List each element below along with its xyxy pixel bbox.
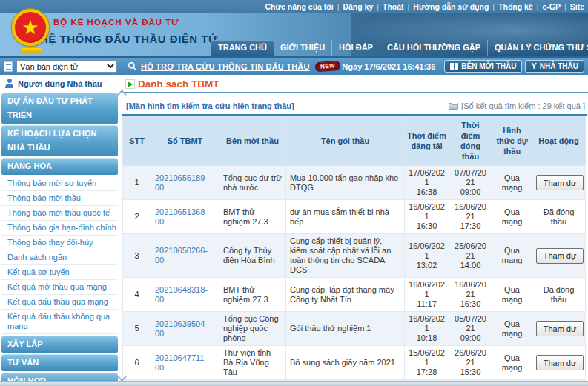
inviter-cell: Thư viện tỉnh Bà Rịa Vũng Tàu [219,346,286,380]
sidebar-item[interactable]: Thông báo mời sơ tuyển [1,176,118,191]
sidebar-section-header[interactable]: TƯ VẤN [1,354,118,371]
tab[interactable]: TRANG CHỦ [211,40,274,56]
tbmt-link[interactable]: 20210651368-00 [155,207,208,226]
page: { "colors": { "accent_orange": "#e2571b"… [0,0,588,386]
posted-cell: 16/06/202110:18 [405,312,449,346]
table-row: 420210648318-00BMT thử nghiệm 27.3Cung c… [123,278,586,312]
footer-strip [0,381,588,386]
stt-cell: 5 [123,312,151,346]
posted-cell: 16/06/202111:17 [405,278,449,312]
sidebar-section-header[interactable]: DỰ ÁN ĐẦU TƯ PHÁT TRIỂN [1,93,118,124]
action-cell: Tham dự [532,166,586,200]
sidebar-item[interactable]: Thông báo thay đổi-hủy [1,236,118,250]
sidebar-item[interactable]: Kết quả đấu thầu không qua mạng [1,310,118,334]
tbmt-link[interactable]: 20210639504-00 [155,319,208,338]
table-row: 620210647711-00Thư viện tỉnh Bà Rịa Vũng… [123,346,586,380]
topbar-link[interactable]: Thống kê [497,2,535,11]
inviter-cell: BMT thử nghiệm 27.3 [219,200,286,234]
join-button[interactable]: Tham dự [536,321,584,336]
posted-time: 13:02 [409,261,445,270]
topbar-links: Chức năng của tôi|Đăng ký|Thoát|Hướng dẫ… [264,2,587,11]
sidebar-section-header[interactable]: HÀNG HÓA [1,158,118,175]
system-title: HỆ THỐNG ĐẤU THẦU ĐIỆN TỬ [40,33,218,45]
sidebar-item[interactable]: Kết quả mở thầu qua mạng [1,280,118,295]
lookup-link[interactable]: HỖ TRỢ TRA CỨU THÔNG TIN ĐẤU THẦU [141,62,310,71]
posted-date: 16/06/2021 [409,202,445,222]
emblem-star: ★ [12,11,49,44]
table-row: 220210651368-00BMT thử nghiệm 27.3dự án … [123,200,586,234]
sidebar-item[interactable]: Kết quả đấu thầu qua mạng [1,295,118,310]
contractor-button[interactable]: Y NHÀ THẦU [525,60,584,73]
buyer-button-label: BÊN MỜI THẦU [461,62,516,70]
column-header: Thời điểm đóng thầu [449,116,492,166]
posted-date: 16/06/2021 [409,242,445,261]
separator: | [564,2,566,11]
main: Danh sách TBMT [Màn hình tìm kiếm tra cứ… [121,75,588,386]
closed-time: 15:30 [453,367,488,377]
document-type-select[interactable]: Văn bản điện tử [16,60,117,73]
tbmt-link[interactable]: 20210647711-00 [155,353,207,372]
sidebar-item[interactable]: Danh sách ngắn [1,250,118,265]
closed-cell: 25/06/202114:00 [449,234,492,278]
sidebar-item[interactable]: Kết quả sơ tuyển [1,265,118,280]
sidebar-item[interactable]: Thông báo mời thầu quốc tế [1,206,118,221]
tbmt-link[interactable]: 20210650266-00 [155,246,208,264]
posted-cell: 16/06/202116:30 [405,200,449,234]
green-arrow-icon [125,79,135,89]
join-button[interactable]: Tham dự [536,355,584,370]
separator: | [408,2,410,11]
sidebar-item[interactable]: Thông báo gia hạn-đính chính [1,221,118,236]
topbar-link[interactable]: e-GP [541,2,562,11]
results-table: STTSố TBMTBên mời thầuTên gói thầuThời đ… [122,116,586,386]
tbmt-cell: 20210639504-00 [151,312,219,346]
book-icon [450,63,458,70]
tab[interactable]: QUẢN LÝ CHỨNG THƯ SỐ [488,40,588,56]
closed-date: 16/06/2021 [453,202,488,222]
topbar-link[interactable]: Chức năng của tôi [264,2,335,11]
topbar-link[interactable]: Thoát [381,2,406,11]
join-button[interactable]: Tham dự [536,248,584,264]
tab[interactable]: GIỚI THIỆU [274,40,332,56]
user-label: Người dùng Nhà thầu [18,79,102,88]
column-header: Hình thức dự thầu [492,116,532,166]
stt-cell: 4 [123,278,151,312]
column-header: Hoạt động [532,116,586,166]
action-cell: Đã đóng thầu [532,200,586,234]
closed-date: 26/06/2021 [453,348,488,367]
posted-date: 15/06/2021 [409,348,445,367]
printer-icon[interactable] [449,103,458,110]
column-header: Tên gói thầu [286,116,405,166]
tab[interactable]: HỎI ĐÁP [332,40,380,56]
new-badge: NEW [314,61,340,72]
closed-cell: 16/06/202116:30 [449,278,492,312]
closed-time: 09:00 [453,333,488,343]
package-cell: Cung cấp, lắp đặt thang máy Công ty Nhất… [286,278,405,312]
contractor-icon: Y [531,63,536,70]
stt-cell: 1 [123,166,151,200]
title-row: Danh sách TBMT [122,76,588,92]
topbar-link[interactable]: Hướng dẫn sử dụng [412,2,490,11]
sidebar-section-header[interactable]: KẾ HOẠCH LỰA CHỌN NHÀ THẦU [1,125,118,156]
sidebar-section-header[interactable]: XÂY LẮP [1,336,118,353]
closed-date: 16/06/2021 [453,280,488,299]
tab[interactable]: CÂU HỎI THƯỜNG GẶP [380,40,488,56]
topbar-link[interactable]: Site [569,2,586,11]
closed-cell: 26/06/202115:30 [449,346,492,380]
tbmt-cell: 20210648318-00 [151,278,219,312]
package-cell: Gói thầu thử nghiệm 1 [286,312,405,346]
inviter-cell: Tổng cục Công nghiệp quốc phòng [219,312,286,346]
header: ★ BỘ KẾ HOẠCH VÀ ĐẦU TƯ HỆ THỐNG ĐẤU THẦ… [0,13,588,56]
action-cell: Đã đóng thầu [532,278,586,312]
topbar-link[interactable]: Đăng ký [341,2,374,11]
join-button[interactable]: Tham dự [536,175,584,190]
table-header-row: STTSố TBMTBên mời thầuTên gói thầuThời đ… [123,116,586,166]
inviter-cell: Công ty Thủy điện Hòa Bình [219,234,286,278]
sidebar-item[interactable]: Thông báo mời thầu [1,191,118,206]
tbmt-link[interactable]: 20210656189-00 [155,173,208,192]
separator: | [337,2,340,11]
buyer-button[interactable]: BÊN MỜI THẦU [444,60,522,73]
closed-status: Đã đóng thầu [544,285,575,304]
result-count-label: [Số kết quả tìm kiếm : 29 kết quả ] [461,102,585,110]
tbmt-link[interactable]: 20210648318-00 [155,285,208,304]
current-datetime: Ngày 17/6/2021 16:41:36 [342,62,435,71]
